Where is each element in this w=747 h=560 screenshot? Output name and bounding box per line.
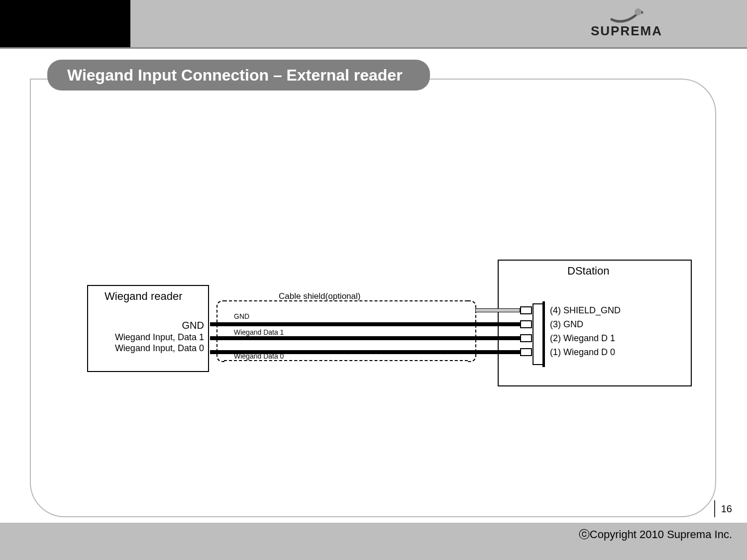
page-number: 16 [714, 500, 732, 517]
svg-point-0 [635, 8, 641, 15]
header-black-box [0, 0, 130, 47]
content-frame [30, 79, 716, 517]
copyright-text: ⓒCopyright 2010 Suprema Inc. [579, 527, 732, 542]
swoosh-icon [609, 7, 644, 23]
page-title: Wiegand Input Connection – External read… [47, 60, 430, 91]
brand-text: SUPREMA [591, 23, 662, 39]
brand-logo: SUPREMA [591, 7, 662, 39]
